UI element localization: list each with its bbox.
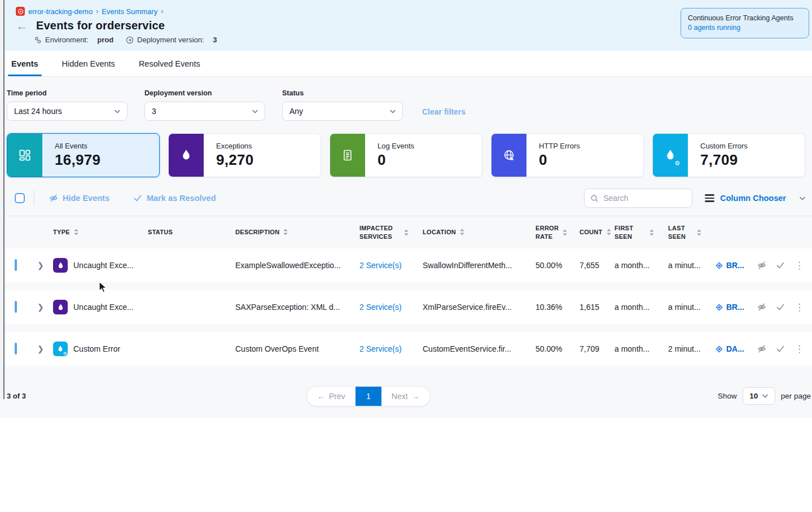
column-chooser-button[interactable]: Column Chooser: [705, 194, 805, 203]
hide-event-icon[interactable]: [757, 261, 766, 270]
table-row[interactable]: ❯ ⚙Custom Error Custom OverOps Event 2 S…: [0, 332, 812, 366]
ticket-link[interactable]: BR...: [716, 303, 754, 312]
tab-hidden-events[interactable]: Hidden Events: [62, 51, 115, 76]
impacted-services-link[interactable]: 2 Service(s): [359, 261, 402, 270]
expand-row-icon[interactable]: ❯: [29, 261, 46, 270]
ticket-link[interactable]: DA...: [716, 344, 754, 353]
prev-page-button[interactable]: ←Prev: [307, 387, 355, 406]
table-header-row: TYPE STATUS DESCRIPTION IMPACTED SERVICE…: [0, 216, 812, 248]
column-header-error-rate[interactable]: ERROR RATE: [529, 220, 573, 245]
error-rate: 50.00%: [529, 261, 573, 270]
status-label: Status: [282, 89, 403, 97]
environment-icon: [34, 36, 42, 44]
page-header: error-tracking-demo › Events Summary › ←…: [0, 0, 812, 51]
event-description: Custom OverOps Event: [229, 344, 353, 353]
card-log-events[interactable]: Log Events 0: [330, 133, 482, 177]
error-tracking-icon: [16, 7, 25, 16]
divider: [34, 190, 34, 206]
column-header-description[interactable]: DESCRIPTION: [229, 224, 353, 240]
card-value: 9,270: [216, 151, 254, 169]
ticket-link[interactable]: BR...: [716, 261, 754, 270]
sort-icon[interactable]: [649, 229, 655, 236]
flame-icon: [179, 148, 193, 162]
arrow-left-icon: ←: [317, 392, 325, 401]
card-custom-errors[interactable]: ⚙ Custom Errors 7,709: [652, 133, 805, 177]
deployment-version-label: Deployment version: [144, 89, 265, 97]
expand-row-icon[interactable]: ❯: [29, 303, 46, 312]
deployment-version-icon: [126, 36, 134, 44]
next-page-button[interactable]: Next→: [381, 387, 430, 406]
first-seen: a month...: [608, 344, 661, 353]
page-title: Events for orderservice: [36, 19, 165, 32]
tab-resolved-events[interactable]: Resolved Events: [139, 51, 200, 76]
sort-icon[interactable]: [696, 229, 702, 236]
agents-running-link[interactable]: 0 agents running: [688, 23, 802, 33]
impacted-services-link[interactable]: 2 Service(s): [359, 344, 402, 353]
column-header-status[interactable]: STATUS: [141, 224, 229, 240]
chevron-down-icon: [252, 110, 258, 113]
jira-diamond-icon: [716, 304, 723, 311]
agents-box-title: Continuous Error Tracking Agents: [688, 14, 802, 23]
agents-status-box: Continuous Error Tracking Agents 0 agent…: [681, 8, 809, 38]
hide-events-button[interactable]: Hide Events: [49, 194, 109, 203]
breadcrumb-section[interactable]: Events Summary: [102, 7, 157, 16]
select-all-checkbox[interactable]: [15, 193, 25, 203]
sort-icon[interactable]: [403, 229, 409, 236]
sort-icon[interactable]: [283, 229, 288, 235]
clear-filters-button[interactable]: Clear filters: [422, 107, 466, 116]
column-header-location[interactable]: LOCATION: [416, 224, 529, 240]
event-location: CustomEventService.fir...: [416, 344, 529, 353]
search-input[interactable]: [603, 194, 682, 203]
row-menu-icon[interactable]: ⋮: [795, 303, 804, 312]
environment-value: prod: [97, 36, 113, 44]
row-checkbox[interactable]: [15, 343, 17, 355]
page-number-button[interactable]: 1: [355, 387, 381, 406]
row-menu-icon[interactable]: ⋮: [795, 344, 804, 354]
impacted-services-link[interactable]: 2 Service(s): [359, 303, 402, 312]
event-type: Custom Error: [73, 344, 120, 353]
resolve-event-icon[interactable]: [776, 303, 785, 312]
sort-icon[interactable]: [562, 229, 568, 236]
resolve-event-icon[interactable]: [776, 344, 785, 353]
card-all-events[interactable]: All Events 16,979: [7, 133, 160, 177]
card-value: 0: [539, 151, 580, 169]
jira-diamond-icon: [716, 345, 723, 353]
time-period-select[interactable]: Last 24 hours: [7, 102, 128, 121]
stat-cards: All Events 16,979 Exceptions 9,270 Log: [0, 121, 812, 177]
hide-event-icon[interactable]: [757, 344, 766, 353]
row-checkbox[interactable]: [15, 259, 17, 271]
row-menu-icon[interactable]: ⋮: [795, 261, 804, 270]
environment-meta: Environment: prod: [34, 36, 113, 44]
table-row[interactable]: ❯ Uncaught Exce... SAXParseException: XM…: [0, 290, 812, 324]
show-label: Show: [718, 392, 737, 400]
card-http-errors[interactable]: HTTP Errors 0: [491, 133, 644, 177]
expand-row-icon[interactable]: ❯: [29, 344, 46, 353]
column-header-impacted-services[interactable]: IMPACTED SERVICES: [353, 220, 416, 245]
error-rate: 50.00%: [529, 344, 573, 353]
tab-events[interactable]: Events: [11, 51, 38, 76]
table-row[interactable]: ❯ Uncaught Exce... ExampleSwallowedExcep…: [0, 248, 812, 282]
sort-icon[interactable]: [459, 229, 465, 235]
breadcrumb-project[interactable]: error-tracking-demo: [28, 7, 93, 16]
page-size-select[interactable]: 10: [743, 387, 775, 405]
deployment-meta: Deployment version: 3: [126, 36, 217, 44]
column-header-last-seen[interactable]: LAST SEEN: [661, 220, 709, 245]
row-checkbox[interactable]: [15, 301, 17, 313]
chevron-down-icon: [762, 394, 768, 398]
card-value: 16,979: [55, 151, 100, 169]
mark-resolved-button[interactable]: Mark as Resolved: [133, 194, 216, 203]
column-header-first-seen[interactable]: FIRST SEEN: [608, 220, 661, 245]
resolve-event-icon[interactable]: [776, 261, 785, 270]
column-header-type[interactable]: TYPE: [46, 224, 141, 240]
back-arrow-icon[interactable]: ←: [16, 20, 28, 32]
breadcrumb-separator: ›: [161, 7, 163, 15]
deployment-version-select[interactable]: 3: [144, 102, 265, 121]
hide-event-icon[interactable]: [757, 303, 766, 312]
column-header-count[interactable]: COUNT: [573, 224, 608, 240]
sort-icon[interactable]: [73, 229, 79, 235]
card-exceptions[interactable]: Exceptions 9,270: [168, 133, 321, 177]
exception-type-icon: [53, 258, 68, 273]
status-select[interactable]: Any: [282, 102, 403, 121]
card-label: Exceptions: [216, 142, 254, 150]
time-period-label: Time period: [7, 89, 128, 97]
